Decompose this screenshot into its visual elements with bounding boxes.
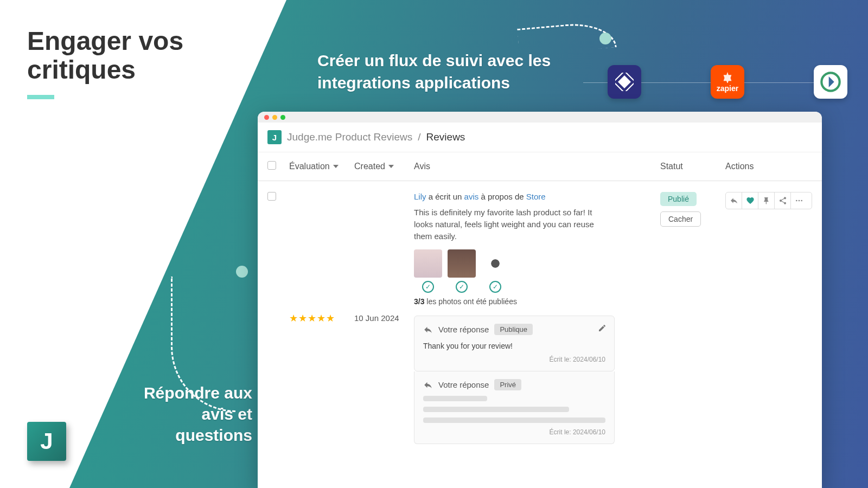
column-header-avis: Avis xyxy=(414,162,660,171)
breadcrumb: J Judge.me Product Reviews / Reviews xyxy=(258,123,822,152)
brand-logo-letter: J xyxy=(40,428,53,454)
page-title-line2: critiques xyxy=(27,56,183,85)
row-checkbox[interactable] xyxy=(267,192,276,201)
photo-thumbnail[interactable] xyxy=(481,249,509,278)
breadcrumb-app-icon: J xyxy=(267,130,282,144)
caret-down-icon xyxy=(388,165,394,168)
reply-label: Votre réponse xyxy=(438,325,489,334)
column-header-actions: Actions xyxy=(725,162,812,171)
action-reply-button[interactable] xyxy=(726,192,742,209)
breadcrumb-current: Reviews xyxy=(426,131,465,143)
edit-reply-button[interactable] xyxy=(598,324,607,332)
review-date: 10 Jun 2024 xyxy=(354,313,399,323)
page-title: Engager vos critiques xyxy=(27,27,183,85)
action-button-group xyxy=(725,192,812,209)
heart-icon xyxy=(746,196,755,205)
select-all-checkbox[interactable] xyxy=(267,161,276,170)
photo-thumbnail[interactable] xyxy=(448,249,476,278)
reply-arrow-icon xyxy=(423,325,433,335)
status-cell: Publié Cacher xyxy=(660,192,725,444)
window-titlebar xyxy=(258,112,822,123)
breadcrumb-app-name[interactable]: Judge.me Product Reviews xyxy=(287,131,412,143)
photo-approved-icon[interactable]: ✓ xyxy=(489,281,501,293)
reply-callout-l3: questions xyxy=(138,425,252,446)
integration-headline: Créer un flux de suivi avec les integrat… xyxy=(317,50,551,94)
decorative-dot-bottom xyxy=(236,266,248,278)
page-title-line1: Engager vos xyxy=(27,27,183,56)
table-header-row: Évaluation Created Avis Statut Actions xyxy=(258,152,822,181)
column-header-rating[interactable]: Évaluation xyxy=(289,162,354,171)
more-horizontal-icon xyxy=(795,196,803,205)
review-avis-link[interactable]: avis xyxy=(464,192,479,201)
reply-icon xyxy=(730,196,738,205)
svg-point-4 xyxy=(799,200,800,202)
reply-label: Votre réponse xyxy=(438,380,489,389)
svg-point-5 xyxy=(801,200,802,202)
reply-date: Écrit le: 2024/06/10 xyxy=(423,428,605,436)
integration-icon-zapier: zapier xyxy=(711,65,744,99)
action-favorite-button[interactable] xyxy=(742,192,758,209)
reply-header: Votre réponse Privé xyxy=(423,379,605,390)
photos-published-count: 3/3 les photos ont été publiées xyxy=(414,297,660,306)
reply-visibility-tag: Privé xyxy=(494,379,521,390)
skeleton-line xyxy=(423,418,605,423)
share-icon xyxy=(778,196,787,205)
window-minimize-icon[interactable] xyxy=(272,115,277,120)
hide-review-button[interactable]: Cacher xyxy=(660,211,701,227)
action-pin-button[interactable] xyxy=(758,192,775,209)
photo-item: ✓ xyxy=(448,249,476,293)
integration-icon-automation xyxy=(814,65,847,99)
reply-box-public: Votre réponse Publique Thank you for you… xyxy=(414,316,615,371)
reply-callout-l1: Répondre aux xyxy=(138,382,252,403)
integration-headline-l1: Créer un flux de suivi avec les xyxy=(317,50,551,72)
pencil-icon xyxy=(598,324,607,332)
star-rating-icon: ★★★★★ xyxy=(289,312,335,324)
actions-cell xyxy=(725,192,812,444)
pin-icon xyxy=(762,196,771,205)
integration-zapier-label: zapier xyxy=(717,84,738,93)
breadcrumb-separator: / xyxy=(418,131,420,143)
skeleton-line xyxy=(423,407,569,412)
title-accent-bar xyxy=(27,95,54,99)
review-body-text: This is definitely my favorite lash prod… xyxy=(414,207,609,242)
reply-visibility-tag: Publique xyxy=(494,324,533,335)
review-row: ★★★★★ 10 Jun 2024 Lily a écrit un avis à… xyxy=(258,181,822,455)
brand-logo: J xyxy=(27,422,66,461)
svg-point-3 xyxy=(796,200,797,202)
integration-headline-l2: integrations applications xyxy=(317,72,551,94)
svg-rect-1 xyxy=(618,75,631,88)
reply-arrow-icon xyxy=(423,380,433,390)
decorative-dot-top xyxy=(599,33,611,44)
review-author-link[interactable]: Lily xyxy=(414,192,426,201)
review-store-link[interactable]: Store xyxy=(526,192,546,201)
action-share-button[interactable] xyxy=(775,192,791,209)
skeleton-line xyxy=(423,396,487,401)
reply-date: Écrit le: 2024/06/10 xyxy=(423,356,605,363)
photo-item: ✓ xyxy=(414,249,442,293)
action-more-button[interactable] xyxy=(791,192,807,209)
reply-box-private: Votre réponse Privé Écrit le: 2024/06/10 xyxy=(414,371,615,444)
integration-icon-klaviyo xyxy=(608,65,641,99)
review-photos: ✓ ✓ ✓ xyxy=(414,249,660,293)
review-content-cell: Lily a écrit un avis à propos de Store T… xyxy=(414,192,660,444)
column-header-statut: Statut xyxy=(660,162,725,171)
app-window: J Judge.me Product Reviews / Reviews Éva… xyxy=(258,112,822,488)
status-badge: Publié xyxy=(660,192,697,206)
reply-callout-l2: avis et xyxy=(138,403,252,425)
review-byline: Lily a écrit un avis à propos de Store xyxy=(414,192,660,201)
reply-header: Votre réponse Publique xyxy=(423,324,605,335)
photo-approved-icon[interactable]: ✓ xyxy=(422,281,434,293)
reply-callout: Répondre aux avis et questions xyxy=(138,382,252,446)
window-close-icon[interactable] xyxy=(264,115,269,120)
reply-body-text: Thank you for your review! xyxy=(423,342,605,350)
column-header-created[interactable]: Created xyxy=(354,162,414,171)
photo-approved-icon[interactable]: ✓ xyxy=(456,281,468,293)
caret-down-icon xyxy=(333,165,339,168)
window-maximize-icon[interactable] xyxy=(280,115,285,120)
photo-item: ✓ xyxy=(481,249,509,293)
photo-thumbnail[interactable] xyxy=(414,249,442,278)
